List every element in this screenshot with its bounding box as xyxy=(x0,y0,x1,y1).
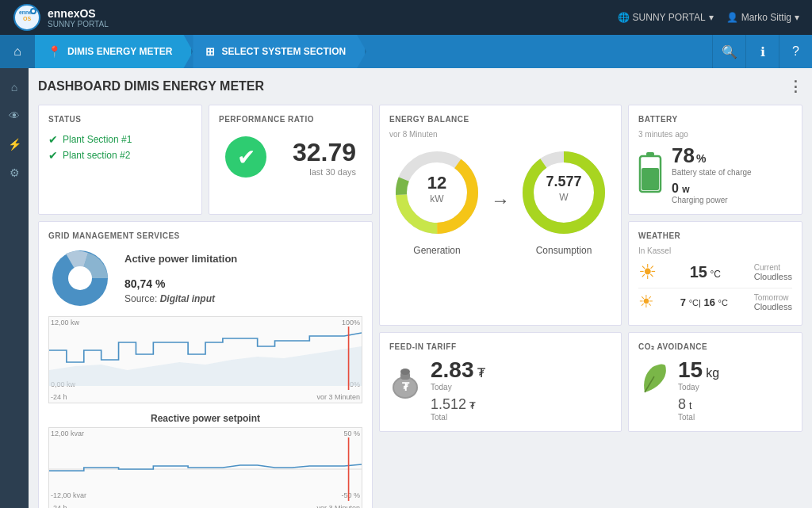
nav-tab-dimis-label: DIMIS ENERGY METER xyxy=(67,46,172,57)
status-item-2: ✔ Plant section #2 xyxy=(48,149,192,162)
weather-current-row: ☀ 15 °C Current Cloudless xyxy=(638,260,792,285)
portal-link[interactable]: 🌐 SUNNY PORTAL ▾ xyxy=(618,12,714,23)
svg-text:kW: kW xyxy=(430,193,444,204)
reactive-pct-top: 50 % xyxy=(343,430,360,437)
grid-source-label: Source: xyxy=(124,293,157,304)
feedin-money-icon: ₮ xyxy=(389,361,421,399)
battery-pct-value: 78 xyxy=(672,143,695,168)
svg-rect-17 xyxy=(642,168,659,190)
grid-source: Source: Digital input xyxy=(124,293,237,304)
donut-row: 12 kW Generation → 7.577 W xyxy=(389,145,611,256)
grid-pct-value: 80,74 xyxy=(124,277,152,290)
battery-title: BATTERY xyxy=(638,115,792,124)
feedin-card: FEED-IN TARIFF ₮ xyxy=(379,332,622,432)
dashboard-grid: STATUS ✔ Plant Section #1 ✔ Plant sectio… xyxy=(38,105,802,508)
top-right-nav: 🌐 SUNNY PORTAL ▾ 👤 Marko Sittig ▾ xyxy=(618,12,799,23)
energy-time: vor 8 Minuten xyxy=(389,130,611,139)
weather-location: In Kassel xyxy=(638,246,792,255)
consumption-donut: 7.577 W Consumption xyxy=(516,145,611,256)
battery-icon-area xyxy=(638,152,662,196)
nav-icons: 🔍 ℹ ? xyxy=(712,35,812,68)
grid-pie-chart xyxy=(48,246,112,310)
logo-text: ennexOS SUNNY PORTAL xyxy=(48,7,109,29)
page-menu-icon[interactable]: ⋮ xyxy=(788,78,802,95)
leaf-svg-icon xyxy=(638,361,668,397)
sun-icon-current: ☀ xyxy=(638,260,657,285)
perf-sublabel: last 30 days xyxy=(293,167,356,177)
chart-x-left: -24 h xyxy=(51,393,67,401)
weather-current-desc: Cloudless xyxy=(754,272,792,281)
nav-tab-section-label: SELECT SYSTEM SECTION xyxy=(221,46,346,57)
grid-title: GRID MANAGEMENT SERVICES xyxy=(48,231,362,240)
battery-pct-row: 78 % xyxy=(672,143,752,168)
co2-total-row: 8 t xyxy=(678,396,719,413)
status-card: STATUS ✔ Plant Section #1 ✔ Plant sectio… xyxy=(38,105,202,215)
search-icon-btn[interactable]: 🔍 xyxy=(712,35,745,68)
page-title-row: DASHBOARD DIMIS ENERGY METER ⋮ xyxy=(38,78,802,95)
weather-current-temp: 15 °C xyxy=(690,263,721,281)
weather-tomorrow-row: ☀ 7 °C| 16 °C Tomorrow Cloudless xyxy=(638,292,792,312)
grid-active-label: Active power limitation xyxy=(124,253,237,265)
check-icon-2: ✔ xyxy=(48,149,58,162)
home-nav-button[interactable]: ⌂ xyxy=(0,35,35,68)
feedin-content: FEED-IN TARIFF ₮ xyxy=(389,342,611,422)
battery-state-label: Battery state of charge xyxy=(672,168,752,177)
weather-tomorrow-temp: 7 °C| 16 °C xyxy=(680,296,728,308)
sidebar-btn-eye[interactable]: 👁 xyxy=(2,103,27,128)
weather-card: WEATHER In Kassel ☀ 15 °C Current Cloudl… xyxy=(628,221,802,326)
status-label-2: Plant section #2 xyxy=(63,150,130,161)
consumption-label: Consumption xyxy=(536,245,592,256)
feedin-total-label: Total xyxy=(431,413,485,422)
feedin-total-unit: ₮ xyxy=(469,400,476,411)
active-power-chart: 12,00 kw 0,00 kw 100% 0% -24 h vor 3 Min… xyxy=(48,316,362,403)
perf-number: 32.79 xyxy=(293,138,356,167)
feedin-total-value: 1.512 xyxy=(431,396,466,413)
status-items: ✔ Plant Section #1 ✔ Plant section #2 xyxy=(48,133,192,162)
sidebar-btn-home[interactable]: ⌂ xyxy=(2,74,27,100)
grid-pct-unit: % xyxy=(152,277,165,290)
svg-text:W: W xyxy=(559,192,569,203)
main-content: DASHBOARD DIMIS ENERGY METER ⋮ STATUS ✔ … xyxy=(29,68,812,508)
perf-value: 32.79 last 30 days xyxy=(293,138,356,177)
chart-y-max: 12,00 kw xyxy=(51,319,79,327)
sidebar-btn-settings[interactable]: ⚙ xyxy=(2,160,27,185)
arrow-icon: → xyxy=(491,189,510,212)
chart-top-pct: 100% xyxy=(342,319,360,327)
feedin-today-row: 2.83 ₮ xyxy=(431,357,485,383)
reactive-title: Reactive power setpoint xyxy=(48,413,362,424)
weather-tomorrow-low: 7 xyxy=(680,296,686,308)
svg-text:7.577: 7.577 xyxy=(546,174,581,189)
chart-x-right: vor 3 Minuten xyxy=(316,393,360,401)
reactive-x-right: vor 3 Minuten xyxy=(316,504,360,508)
user-menu[interactable]: 👤 Marko Sittig ▾ xyxy=(726,12,799,23)
weather-temp-unit: °C xyxy=(710,269,721,280)
svg-text:₮: ₮ xyxy=(402,380,410,393)
grid-pct-display: 80,74 % xyxy=(124,268,237,293)
sidebar-btn-pulse[interactable]: ⚡ xyxy=(2,132,27,157)
battery-power-row: 0 w xyxy=(672,181,752,196)
battery-stats: 78 % Battery state of charge 0 w Chargin… xyxy=(672,143,752,204)
svg-point-19 xyxy=(68,266,92,290)
battery-power-label: Charging power xyxy=(672,196,752,204)
co2-today-value: 15 xyxy=(678,357,703,383)
status-item-1: ✔ Plant Section #1 xyxy=(48,133,192,146)
feedin-total-row: 1.512 ₮ xyxy=(431,396,485,413)
performance-ratio-card: PERFORMANCE RATIO ✔ 32.79 last 30 days xyxy=(209,105,373,215)
energy-title: ENERGY BALANCE xyxy=(389,115,611,124)
check-icon-1: ✔ xyxy=(48,133,58,146)
help-icon-btn[interactable]: ? xyxy=(779,35,812,68)
grid-icon: ⊞ xyxy=(205,45,215,58)
reactive-x-left: -24 h xyxy=(51,504,67,508)
nav-tab-section[interactable]: ⊞ SELECT SYSTEM SECTION xyxy=(193,35,366,68)
svg-text:OS: OS xyxy=(23,16,31,21)
grid-pie-row: Active power limitation 80,74 % Source: … xyxy=(48,246,362,310)
co2-leaf-icon xyxy=(638,361,668,404)
nav-tab-dimis[interactable]: 📍 DIMIS ENERGY METER xyxy=(35,35,193,68)
grid-stats: Active power limitation 80,74 % Source: … xyxy=(124,253,237,304)
feedin-inner: ₮ 2.83 ₮ Today 1.512 ₮ xyxy=(389,357,611,422)
info-icon-btn[interactable]: ℹ xyxy=(745,35,779,68)
battery-content: 78 % Battery state of charge 0 w Chargin… xyxy=(638,143,792,204)
reactive-power-chart-svg xyxy=(49,437,362,501)
weather-divider xyxy=(638,288,792,288)
svg-point-4 xyxy=(32,10,35,13)
